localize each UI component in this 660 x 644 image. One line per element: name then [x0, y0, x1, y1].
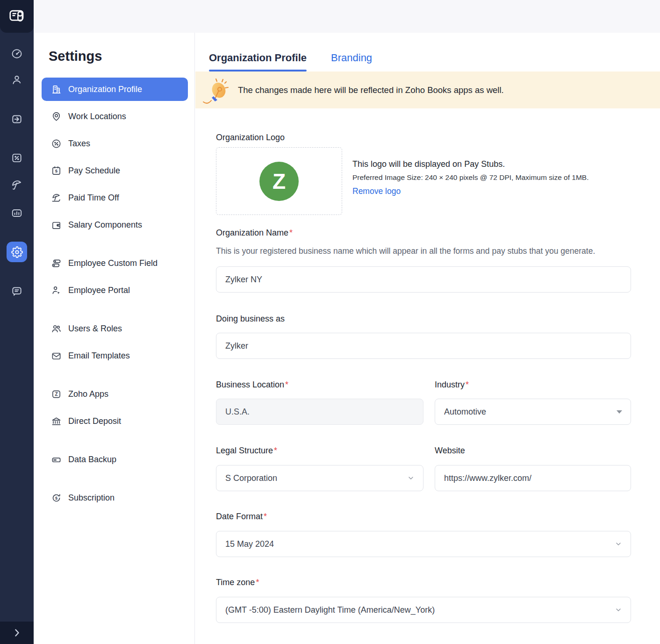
settings-nav-item-pay-schedule[interactable]: $ Pay Schedule: [42, 159, 188, 182]
settings-nav-item-zoho-apps[interactable]: Z Zoho Apps: [42, 382, 188, 406]
logo-info: This logo will be displayed on Pay Stubs…: [352, 147, 589, 215]
svg-text:Z: Z: [55, 392, 57, 397]
required-asterisk: *: [289, 228, 293, 237]
settings-nav-label: Salary Components: [68, 220, 142, 230]
pay-runs-icon: [11, 113, 23, 125]
stacked-fields-icon: [50, 258, 62, 269]
required-asterisk: *: [466, 380, 469, 389]
date-format-label: Date Format*: [216, 511, 631, 522]
required-asterisk: *: [274, 446, 277, 455]
tab-branding[interactable]: Branding: [331, 52, 372, 72]
doing-business-as-input[interactable]: [216, 333, 631, 359]
required-asterisk: *: [285, 380, 288, 389]
rail-item-settings[interactable]: [7, 242, 27, 262]
settings-nav-item-subscription[interactable]: $ Subscription: [42, 486, 188, 509]
settings-nav-item-data-backup[interactable]: Data Backup: [42, 448, 188, 471]
date-format-select[interactable]: 15 May 2024: [216, 531, 631, 557]
settings-nav-label: Zoho Apps: [68, 389, 108, 399]
rail-item-benefits[interactable]: [7, 175, 27, 195]
settings-nav-label: Taxes: [68, 139, 90, 149]
settings-nav-item-taxes[interactable]: Taxes: [42, 132, 188, 155]
settings-nav-label: Organization Profile: [68, 85, 142, 94]
industry-value: Automotive: [444, 407, 617, 417]
rail-item-feedback[interactable]: [7, 281, 27, 301]
business-location-input: [216, 399, 423, 425]
wallet-icon: [50, 219, 62, 230]
settings-nav-label: Subscription: [68, 493, 115, 503]
calendar-dollar-icon: $: [50, 165, 62, 176]
time-zone-label: Time zone*: [216, 577, 631, 587]
bank-icon: [50, 415, 62, 427]
remove-logo-link[interactable]: Remove logo: [352, 186, 401, 196]
chevron-down-icon: [615, 606, 622, 614]
rail-item-pay-runs[interactable]: [7, 109, 27, 129]
time-zone-select[interactable]: (GMT -5:00) Eastern Daylight Time (Ameri…: [216, 597, 631, 623]
business-location-block: Business Location*: [216, 379, 423, 425]
tab-label: Branding: [331, 52, 372, 64]
organization-logo-label: Organization Logo: [216, 132, 631, 143]
settings-nav-label: Employee Portal: [68, 286, 130, 295]
banner-text: The changes made here will be reflected …: [238, 85, 504, 95]
doing-business-as-block: Doing business as: [216, 314, 631, 359]
date-format-value: 15 May 2024: [225, 539, 615, 549]
organization-buildings-icon: [50, 84, 62, 95]
benefits-umbrella-icon: [11, 179, 23, 191]
settings-nav-label: Data Backup: [68, 455, 116, 465]
rail-item-dashboard[interactable]: [7, 43, 27, 64]
settings-nav-item-paid-time-off[interactable]: Paid Time Off: [42, 186, 188, 209]
rail-item-taxes[interactable]: [7, 148, 27, 168]
tab-bar: Organization Profile Branding: [195, 33, 660, 72]
settings-nav-item-salary-components[interactable]: Salary Components: [42, 213, 188, 236]
chevron-right-icon: [11, 627, 22, 638]
organization-name-block: Organization Name* This is your register…: [216, 228, 631, 293]
doing-business-as-label: Doing business as: [216, 314, 631, 324]
app-icon-rail: [0, 0, 34, 644]
rail-item-reports[interactable]: [7, 203, 27, 223]
industry-label: Industry*: [435, 379, 631, 390]
organization-name-input[interactable]: [216, 266, 631, 293]
settings-nav-item-organization-profile[interactable]: Organization Profile: [42, 78, 188, 101]
app-logo[interactable]: [0, 0, 34, 33]
settings-nav-label: Pay Schedule: [68, 166, 120, 176]
tab-organization-profile[interactable]: Organization Profile: [209, 52, 307, 72]
settings-nav-item-direct-deposit[interactable]: Direct Deposit: [42, 409, 188, 433]
employees-icon: [11, 74, 23, 86]
website-label: Website: [435, 445, 631, 456]
percent-circle-icon: [50, 138, 62, 149]
settings-nav-item-users-roles[interactable]: Users & Roles: [42, 317, 188, 340]
tab-label: Organization Profile: [209, 52, 307, 64]
settings-nav-label: Direct Deposit: [68, 416, 121, 426]
envelope-icon: [50, 350, 62, 361]
required-asterisk: *: [256, 578, 259, 587]
svg-text:$: $: [55, 495, 57, 500]
logo-help-secondary: Preferred Image Size: 240 × 240 pixels @…: [352, 173, 589, 182]
website-block: Website: [435, 445, 631, 491]
settings-nav-label: Email Templates: [68, 351, 130, 361]
time-zone-value: (GMT -5:00) Eastern Daylight Time (Ameri…: [225, 605, 615, 615]
legal-structure-select[interactable]: S Corporation: [216, 465, 423, 491]
required-asterisk: *: [264, 512, 267, 521]
settings-nav-item-email-templates[interactable]: Email Templates: [42, 344, 188, 367]
settings-gear-icon: [11, 246, 23, 258]
logo-letter: Z: [273, 169, 286, 194]
organization-logo-upload[interactable]: Z: [216, 147, 342, 215]
legal-structure-value: S Corporation: [225, 473, 407, 483]
legal-structure-label: Legal Structure*: [216, 445, 423, 456]
settings-nav-item-employee-portal[interactable]: Employee Portal: [42, 279, 188, 302]
settings-nav-label: Employee Custom Field: [68, 258, 158, 268]
settings-nav-item-work-locations[interactable]: Work Locations: [42, 105, 188, 128]
logo-help-primary: This logo will be displayed on Pay Stubs…: [352, 159, 589, 169]
organization-profile-form: Organization Logo Z This logo will be di…: [195, 132, 631, 623]
payroll-logo-icon: [8, 7, 26, 25]
industry-select[interactable]: Automotive: [435, 399, 631, 425]
settings-nav-item-employee-custom-field[interactable]: Employee Custom Field: [42, 251, 188, 275]
settings-nav-label: Paid Time Off: [68, 193, 119, 203]
rail-item-employees[interactable]: [7, 70, 27, 90]
settings-nav-label: Work Locations: [68, 112, 126, 122]
website-input[interactable]: [435, 465, 631, 491]
users-icon: [50, 323, 62, 334]
business-location-label: Business Location*: [216, 379, 423, 390]
expand-sidebar-button[interactable]: [0, 622, 34, 644]
chevron-down-icon: [615, 540, 622, 548]
hard-drive-icon: [50, 454, 62, 465]
